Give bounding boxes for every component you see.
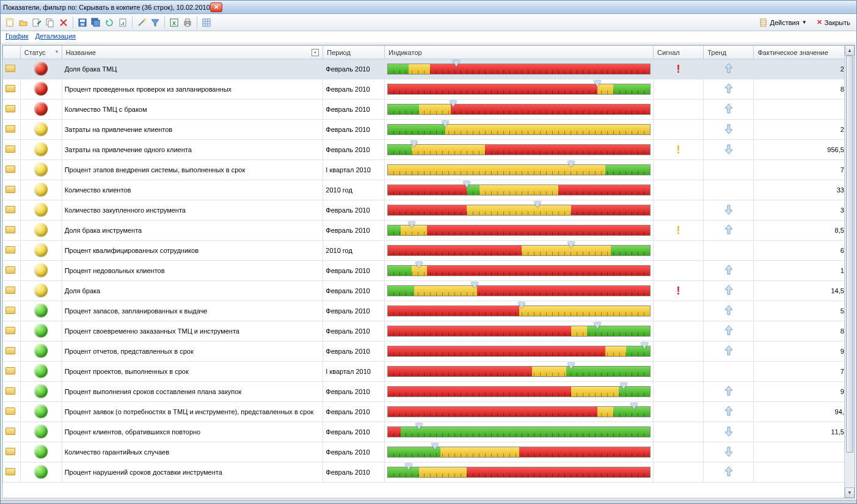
copy-icon[interactable] [45, 17, 56, 28]
cell-folder[interactable] [3, 241, 21, 261]
cell-trend [704, 362, 754, 382]
scroll-up-icon[interactable]: ▲ [845, 45, 855, 56]
table-row[interactable]: Процент этапов внедрения системы, выполн… [3, 160, 855, 180]
wizard-icon[interactable] [136, 17, 147, 28]
trend-up-icon [724, 466, 734, 478]
cell-folder[interactable] [3, 79, 21, 100]
scroll-down-icon[interactable]: ▼ [845, 488, 855, 498]
table-row[interactable]: Процент клиентов, обратившихся повторно … [3, 422, 855, 442]
cell-folder[interactable] [3, 422, 21, 442]
col-status[interactable]: Статус▾ [20, 46, 62, 59]
toolbar: X Действия ▼ ✕ Закрыть [1, 14, 856, 31]
cell-value: 5 [754, 100, 855, 120]
new-icon[interactable] [4, 17, 15, 28]
indicator-marker-icon [567, 242, 575, 248]
cell-folder[interactable] [3, 321, 21, 341]
edit-icon[interactable] [31, 17, 42, 28]
filter-icon[interactable] [150, 17, 161, 28]
cell-folder[interactable] [3, 200, 21, 221]
cell-folder[interactable] [3, 221, 21, 241]
col-signal[interactable]: Сигнал [654, 46, 704, 59]
cell-indicator [385, 120, 654, 140]
cell-folder[interactable] [3, 261, 21, 281]
status-green-icon [34, 324, 48, 337]
saveall-icon[interactable] [90, 17, 101, 28]
cell-folder[interactable] [3, 402, 21, 422]
cell-folder[interactable] [3, 140, 21, 160]
cell-status [20, 422, 62, 442]
trend-none-icon [724, 244, 734, 256]
cell-status [20, 180, 62, 200]
indicator-bar [387, 245, 651, 256]
cell-value: 70 [754, 362, 855, 382]
table-row[interactable]: Процент нарушений сроков доставки инстру… [3, 462, 855, 483]
table-row[interactable]: Процент проведенных проверок из запланир… [3, 79, 855, 100]
cell-value: 22 [754, 120, 855, 140]
col-trend[interactable]: Тренд [704, 46, 754, 59]
grid-icon[interactable] [201, 17, 212, 28]
indicator-marker-icon [442, 121, 449, 127]
cell-trend [704, 241, 754, 261]
table-row[interactable]: Процент выполнения сроков составления пл… [3, 382, 855, 402]
scroll-thumb[interactable] [846, 56, 853, 453]
cell-folder[interactable] [3, 341, 21, 362]
cell-value: 80 [754, 79, 855, 100]
cell-folder[interactable] [3, 120, 21, 140]
link-chart[interactable]: График [5, 32, 29, 40]
filter-indicator-icon[interactable]: ▪ [312, 49, 319, 56]
table-row[interactable]: Затраты на привлечение клиентов Февраль … [3, 120, 855, 140]
table-row[interactable]: Количество гарантийных случаев Февраль 2… [3, 442, 855, 462]
print-icon[interactable] [182, 17, 193, 28]
cell-folder[interactable] [3, 281, 21, 301]
table-row[interactable]: Доля брака Февраль 2010 ! 14,55 [3, 281, 855, 301]
cell-period: Февраль 2010 [323, 261, 385, 281]
col-name[interactable]: Название▪ [62, 46, 323, 59]
table-row[interactable]: Процент своевременно заказанных ТМЦ и ин… [3, 321, 855, 341]
col-value[interactable]: Фактическое значение [754, 46, 855, 59]
excel-icon[interactable]: X [169, 17, 180, 28]
table-row[interactable]: Процент отчетов, представленных в срок Ф… [3, 341, 855, 362]
link-detail[interactable]: Детализация [35, 32, 76, 40]
vertical-scrollbar[interactable]: ▲ ▼ [844, 45, 855, 498]
table-row[interactable]: Доля брака ТМЦ Февраль 2010 ! 25 [3, 59, 855, 79]
save-icon[interactable] [77, 17, 88, 28]
cell-indicator [385, 160, 654, 180]
cell-signal [654, 402, 704, 422]
cell-signal: ! [654, 140, 704, 160]
scroll-track[interactable] [845, 56, 855, 488]
cell-folder[interactable] [3, 462, 21, 483]
report-icon[interactable] [117, 17, 128, 28]
table-row[interactable]: Доля брака инструмента Февраль 2010 ! 8,… [3, 221, 855, 241]
open-icon[interactable] [18, 17, 29, 28]
col-period[interactable]: Период [323, 46, 385, 59]
table-row[interactable]: Количество клиентов 2010 год 333 [3, 180, 855, 200]
cell-indicator [385, 241, 654, 261]
table-row[interactable]: Процент проектов, выполненных в срок I к… [3, 362, 855, 382]
refresh-icon[interactable] [104, 17, 115, 28]
cell-folder[interactable] [3, 301, 21, 321]
table-row[interactable]: Количество закупленного инструмента Февр… [3, 200, 855, 221]
table-row[interactable]: Количество ТМЦ с браком Февраль 2010 5 [3, 100, 855, 120]
cell-folder[interactable] [3, 100, 21, 120]
col-folder[interactable] [3, 46, 21, 59]
cell-folder[interactable] [3, 180, 21, 200]
table-row[interactable]: Процент недовольных клиентов Февраль 201… [3, 261, 855, 281]
cell-folder[interactable] [3, 382, 21, 402]
col-indicator[interactable]: Индикатор [385, 46, 654, 59]
close-button[interactable]: ✕ Закрыть [814, 17, 853, 27]
table-row[interactable]: Процент запасов, запланированных к выдач… [3, 301, 855, 321]
actions-dropdown[interactable]: Действия ▼ [757, 17, 809, 28]
table-row[interactable]: Процент заявок (о потребностях в ТМЦ и и… [3, 402, 855, 422]
window-close-button[interactable]: ✕ [210, 2, 222, 12]
cell-trend [704, 462, 754, 483]
cell-folder[interactable] [3, 442, 21, 462]
cell-folder[interactable] [3, 362, 21, 382]
table-row[interactable]: Затраты на привлечение одного клиента Фе… [3, 140, 855, 160]
cell-status [20, 59, 62, 79]
cell-folder[interactable] [3, 59, 21, 79]
cell-status [20, 100, 62, 120]
cell-folder[interactable] [3, 160, 21, 180]
delete-icon[interactable] [58, 17, 69, 28]
cell-period: Февраль 2010 [323, 382, 385, 402]
table-row[interactable]: Процент квалифицированных сотрудников 20… [3, 241, 855, 261]
